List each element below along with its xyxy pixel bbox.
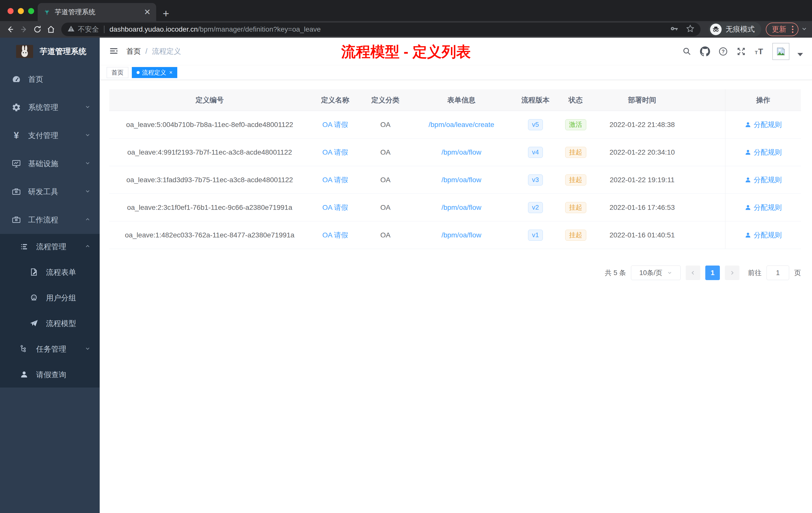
sidebar-item-label: 用户分组	[46, 293, 76, 303]
sidebar-item-label: 基础设施	[28, 159, 58, 169]
definition-category: OA	[360, 166, 410, 193]
sidebar-item-label: 支付管理	[28, 130, 58, 141]
assign-rule-button[interactable]: 分配规则	[745, 231, 782, 240]
help-icon[interactable]: ?	[718, 47, 728, 57]
sidebar: 芋道管理系统 首页 系统管理 ¥ 支付管理 基础设施	[0, 38, 100, 513]
deploy-time: 2022-01-22 21:48:38	[592, 111, 692, 138]
sidebar-item-label: 研发工具	[28, 187, 58, 197]
font-size-icon[interactable]: TT	[754, 47, 764, 57]
status-badge: 挂起	[565, 202, 586, 213]
address-bar[interactable]: 不安全 dashboard.yudao.iocoder.cn/bpm/manag…	[61, 23, 700, 36]
forward-button[interactable]	[17, 23, 31, 36]
table-row: oa_leave:4:991f2193-7b7f-11ec-a3c8-acde4…	[109, 139, 801, 166]
assign-rule-button[interactable]: 分配规则	[745, 203, 782, 212]
incognito-label: 无痕模式	[726, 24, 755, 34]
incognito-badge: 无痕模式	[708, 22, 761, 37]
tag-label: 流程定义	[142, 68, 166, 77]
tab-strip: 芋道管理系统 ✕ +	[0, 0, 812, 21]
sidebar-logo[interactable]: 芋道管理系统	[0, 38, 100, 65]
form-link[interactable]: /bpm/oa/flow	[441, 231, 481, 239]
sidebar-item-task-management[interactable]: 任务管理	[0, 336, 100, 362]
reload-button[interactable]	[31, 23, 44, 36]
tab-close-icon[interactable]: ✕	[144, 8, 151, 16]
sidebar-item-workflow[interactable]: 工作流程	[0, 206, 100, 234]
table-row: oa_leave:5:004b710b-7b8a-11ec-8ef0-acde4…	[109, 111, 801, 139]
sidebar-toggle-icon[interactable]	[109, 46, 119, 57]
definition-category: OA	[360, 111, 410, 138]
definition-name-link[interactable]: OA 请假	[322, 175, 348, 185]
definition-category: OA	[360, 139, 410, 166]
page-number-button[interactable]: 1	[705, 266, 720, 280]
assign-rule-button[interactable]: 分配规则	[745, 148, 782, 157]
definition-name-link[interactable]: OA 请假	[322, 203, 348, 212]
browser-update-button[interactable]: 更新	[766, 23, 799, 36]
next-page-button[interactable]	[725, 266, 740, 280]
sidebar-item-process-model[interactable]: 流程模型	[0, 311, 100, 336]
definition-name-link[interactable]: OA 请假	[322, 148, 348, 157]
avatar[interactable]	[772, 43, 789, 60]
sidebar-item-label: 首页	[28, 74, 43, 85]
password-key-icon[interactable]	[670, 24, 678, 35]
sidebar-item-infrastructure[interactable]: 基础设施	[0, 150, 100, 178]
column-header: 流程版本	[512, 89, 559, 111]
chevron-down-icon	[667, 270, 672, 276]
assign-rule-button[interactable]: 分配规则	[745, 120, 782, 129]
form-link[interactable]: /bpm/oa/leave/create	[429, 121, 494, 129]
sidebar-item-process-management[interactable]: 流程管理	[0, 234, 100, 260]
browser-menu-icon[interactable]	[792, 26, 793, 33]
assign-rule-button[interactable]: 分配规则	[745, 175, 782, 185]
logo-image	[16, 45, 33, 58]
definition-name-link[interactable]: OA 请假	[322, 231, 348, 240]
page-unit-label: 页	[794, 268, 801, 277]
browser-tab[interactable]: 芋道管理系统 ✕	[38, 3, 156, 21]
goto-label: 前往	[748, 268, 761, 277]
toolbar-overflow-icon[interactable]	[801, 26, 808, 33]
fullscreen-icon[interactable]	[736, 47, 746, 57]
svg-text:T: T	[755, 50, 758, 55]
sidebar-item-process-form[interactable]: 流程表单	[0, 260, 100, 285]
sidebar-item-payment[interactable]: ¥ 支付管理	[0, 121, 100, 150]
tag-process-definition[interactable]: 流程定义 ×	[132, 67, 177, 78]
page-size-select[interactable]: 10条/页	[631, 266, 681, 280]
window-minimize-button[interactable]	[18, 8, 24, 14]
window-controls[interactable]	[7, 8, 34, 14]
back-button[interactable]	[3, 23, 17, 36]
breadcrumb-current: 流程定义	[152, 47, 181, 57]
robot-icon	[29, 293, 39, 303]
table-row: oa_leave:3:1fad3d93-7b75-11ec-a3c8-acde4…	[109, 166, 801, 194]
bookmark-star-icon[interactable]	[686, 24, 695, 35]
toolbox-icon	[11, 187, 21, 197]
sidebar-item-dev-tools[interactable]: 研发工具	[0, 178, 100, 206]
sidebar-item-system[interactable]: 系统管理	[0, 93, 100, 121]
prev-page-button[interactable]	[686, 266, 700, 280]
window-close-button[interactable]	[7, 8, 13, 14]
search-icon[interactable]	[682, 47, 692, 57]
sidebar-item-leave-query[interactable]: 请假查询	[0, 362, 100, 388]
definition-id: oa_leave:4:991f2193-7b7f-11ec-a3c8-acde4…	[109, 139, 310, 166]
home-button[interactable]	[44, 23, 58, 36]
chevron-up-icon	[85, 216, 91, 224]
definition-name-link[interactable]: OA 请假	[322, 120, 348, 129]
new-tab-button[interactable]: +	[163, 8, 169, 19]
goto-page-input[interactable]	[766, 266, 789, 280]
sidebar-item-label: 流程管理	[36, 242, 66, 252]
sidebar-item-home[interactable]: 首页	[0, 65, 100, 93]
form-link[interactable]: /bpm/oa/flow	[441, 176, 481, 184]
form-link[interactable]: /bpm/oa/flow	[441, 148, 481, 156]
breadcrumb-home[interactable]: 首页	[126, 47, 141, 57]
dashboard-icon	[11, 74, 21, 84]
tag-close-icon[interactable]: ×	[169, 69, 173, 76]
svg-text:T: T	[758, 47, 763, 56]
table-row: oa_leave:1:482ec033-762a-11ec-8477-a2380…	[109, 221, 801, 249]
column-header: 定义编号	[109, 89, 310, 111]
sidebar-item-user-group[interactable]: 用户分组	[0, 285, 100, 311]
column-header: 操作	[725, 89, 801, 111]
sidebar-item-label: 请假查询	[36, 370, 66, 380]
window-zoom-button[interactable]	[28, 8, 34, 14]
github-icon[interactable]	[700, 47, 710, 57]
form-link[interactable]: /bpm/oa/flow	[441, 204, 481, 212]
chevron-right-icon	[729, 270, 735, 276]
tag-home[interactable]: 首页	[107, 67, 128, 78]
tags-view-bar: 首页 流程定义 ×	[100, 65, 812, 80]
avatar-caret-icon[interactable]	[798, 53, 803, 56]
